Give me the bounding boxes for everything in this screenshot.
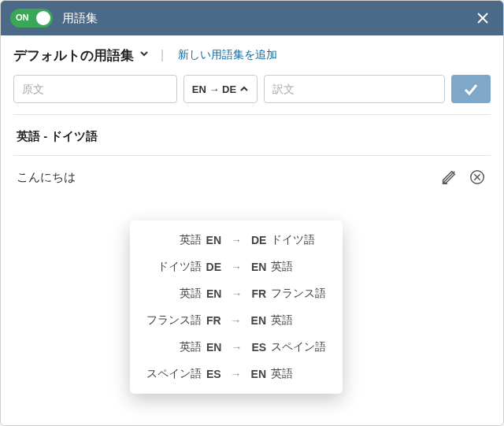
- arrow-right-icon: →: [231, 287, 242, 300]
- toggle-on-label: ON: [16, 13, 29, 22]
- language-option[interactable]: ドイツ語 DE → EN 英語: [130, 254, 343, 280]
- arrow-right-icon: →: [231, 368, 242, 380]
- add-glossary-link[interactable]: 新しい用語集を追加: [178, 48, 277, 62]
- option-left-name: ドイツ語: [142, 260, 202, 274]
- close-button[interactable]: [472, 7, 494, 29]
- option-left-code: ES: [206, 368, 221, 380]
- option-right-code: EN: [251, 314, 266, 327]
- option-left-name: 英語: [142, 233, 202, 247]
- option-left-name: スペイン語: [142, 367, 202, 381]
- language-option[interactable]: 英語 EN → DE ドイツ語: [130, 227, 343, 254]
- language-option[interactable]: 英語 EN → ES スペイン語: [130, 334, 343, 361]
- glossary-chevron[interactable]: [139, 48, 150, 62]
- language-option[interactable]: スペイン語 ES → EN 英語: [130, 361, 343, 387]
- language-option[interactable]: 英語 EN → FR フランス語: [130, 280, 343, 307]
- option-right-name: 英語: [271, 260, 331, 274]
- chevron-down-icon: [139, 48, 150, 59]
- panel-header: ON 用語集: [1, 1, 503, 35]
- option-right-name: ドイツ語: [271, 233, 331, 247]
- language-option[interactable]: フランス語 FR → EN 英語: [130, 307, 343, 334]
- entry-source-text: こんにちは: [17, 170, 76, 185]
- option-right-code: EN: [251, 261, 266, 273]
- confirm-button[interactable]: [451, 75, 491, 103]
- option-left-code: EN: [206, 234, 221, 246]
- arrow-right-icon: →: [231, 341, 242, 354]
- arrow-right-icon: →: [231, 314, 242, 327]
- content-area: 英語 - ドイツ語 こんにちは 英語 EN → DE ドイツ語: [1, 115, 503, 425]
- edit-entry-button[interactable]: [439, 167, 459, 187]
- option-right-code: ES: [251, 341, 266, 354]
- option-left-name: 英語: [142, 340, 202, 354]
- option-left-name: 英語: [142, 287, 202, 301]
- option-right-code: EN: [251, 368, 266, 380]
- glossary-panel: ON 用語集 デフォルトの用語集 | 新しい用語集を追加 EN → DE 英語 …: [0, 0, 504, 426]
- close-icon: [476, 11, 490, 25]
- language-pair-label: EN → DE: [192, 83, 236, 95]
- panel-title: 用語集: [62, 11, 98, 26]
- delete-circle-x-icon: [469, 169, 486, 186]
- glossary-entry-row: こんにちは: [1, 156, 503, 187]
- arrow-right-icon: →: [231, 234, 242, 246]
- target-input[interactable]: [264, 75, 445, 103]
- edit-icon: [440, 169, 458, 186]
- option-left-code: DE: [206, 261, 221, 273]
- inputs-row: EN → DE: [1, 75, 503, 108]
- option-left-name: フランス語: [142, 313, 202, 328]
- source-input[interactable]: [13, 75, 177, 103]
- chevron-up-icon: [239, 84, 249, 94]
- option-right-code: FR: [251, 287, 266, 300]
- entry-actions: [439, 167, 487, 187]
- language-group-heading: 英語 - ドイツ語: [1, 115, 503, 150]
- glossary-subheader: デフォルトの用語集 | 新しい用語集を追加: [1, 35, 503, 75]
- option-right-name: フランス語: [271, 287, 331, 301]
- option-right-name: 英語: [271, 313, 331, 328]
- check-icon: [462, 80, 480, 98]
- language-pair-button[interactable]: EN → DE: [183, 75, 258, 103]
- language-pair-dropdown[interactable]: 英語 EN → DE ドイツ語 ドイツ語 DE → EN 英語 英語 EN → …: [130, 220, 343, 394]
- delete-entry-button[interactable]: [467, 167, 487, 187]
- option-left-code: EN: [206, 341, 221, 354]
- option-left-code: FR: [206, 314, 221, 327]
- glossary-name[interactable]: デフォルトの用語集: [13, 46, 134, 65]
- option-right-name: 英語: [271, 367, 331, 381]
- option-right-name: スペイン語: [271, 340, 331, 354]
- toggle-knob: [36, 11, 50, 25]
- separator: |: [161, 48, 164, 62]
- option-right-code: DE: [251, 234, 266, 246]
- arrow-right-icon: →: [231, 261, 242, 273]
- option-left-code: EN: [206, 287, 221, 300]
- glossary-toggle[interactable]: ON: [10, 9, 53, 28]
